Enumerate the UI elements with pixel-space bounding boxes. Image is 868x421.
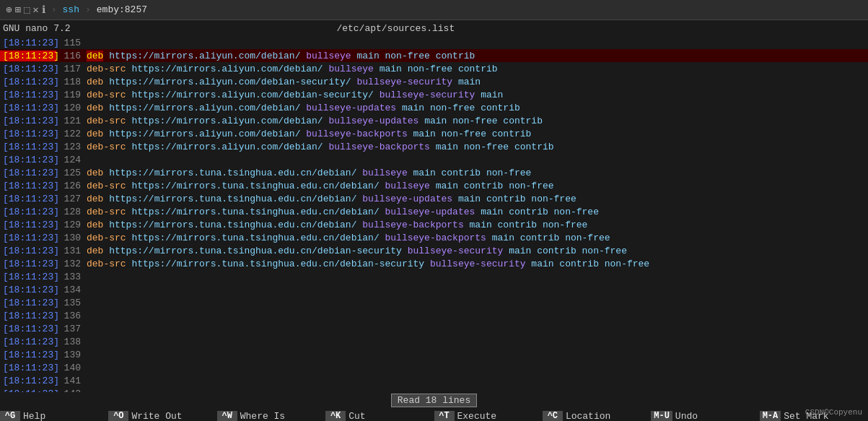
line-number: 139 — [56, 350, 84, 360]
line-content: deb-src https://mirrors.tuna.tsinghua.ed… — [84, 259, 868, 269]
line-content: deb https://mirrors.aliyun.com/debian/ b… — [84, 51, 868, 61]
editor-line[interactable]: [18:11:23]125deb https://mirrors.tuna.ts… — [0, 166, 868, 179]
line-number: 119 — [56, 90, 84, 100]
editor-line[interactable]: [18:11:23]115 — [0, 36, 868, 49]
line-number: 131 — [56, 246, 84, 256]
line-timestamp: [18:11:23] — [0, 363, 56, 373]
kb-key: ^T — [434, 411, 455, 421]
kb-item[interactable]: ^KCut — [325, 408, 434, 421]
editor-line[interactable]: [18:11:23]135 — [0, 296, 868, 309]
connection-type: ssh — [63, 4, 79, 15]
editor-line[interactable]: [18:11:23]137 — [0, 322, 868, 335]
kb-item[interactable]: ^CLocation — [543, 408, 651, 421]
line-number: 142 — [56, 389, 84, 393]
nano-version: GNU nano 7.2 — [3, 23, 71, 34]
status-message: Read 18 lines — [391, 394, 477, 407]
kb-key: ^G — [0, 411, 20, 421]
line-number: 141 — [56, 376, 84, 386]
line-number: 129 — [56, 220, 84, 230]
editor-line[interactable]: [18:11:23]140 — [0, 361, 868, 374]
line-content: deb-src https://mirrors.aliyun.com/debia… — [84, 90, 868, 100]
line-timestamp: [18:11:23] — [0, 298, 56, 308]
editor-line[interactable]: [18:11:23]118deb https://mirrors.aliyun.… — [0, 75, 868, 88]
kb-label: Undo — [672, 411, 698, 422]
editor-line[interactable]: [18:11:23]130deb-src https://mirrors.tun… — [0, 231, 868, 244]
editor-line[interactable]: [18:11:23]142 — [0, 387, 868, 392]
info-icon[interactable]: ℹ — [42, 4, 45, 16]
kb-item[interactable]: ^WWhere Is — [217, 408, 325, 421]
line-timestamp: [18:11:23] — [0, 389, 56, 393]
separator2: › — [85, 4, 91, 15]
editor-line[interactable]: [18:11:23]121deb-src https://mirrors.ali… — [0, 114, 868, 127]
line-content: deb-src https://mirrors.tuna.tsinghua.ed… — [84, 233, 868, 243]
line-number: 136 — [56, 311, 84, 321]
editor-area[interactable]: [18:11:23]115[18:11:23]116deb https://mi… — [0, 36, 868, 392]
line-number: 128 — [56, 207, 84, 217]
line-content: deb-src https://mirrors.aliyun.com/debia… — [84, 142, 868, 152]
line-timestamp: [18:11:23] — [0, 233, 56, 243]
editor-line[interactable]: [18:11:23]133 — [0, 270, 868, 283]
nano-filename: /etc/apt/sources.list — [336, 23, 455, 34]
line-content: deb https://mirrors.tuna.tsinghua.edu.cn… — [84, 194, 868, 204]
line-timestamp: [18:11:23] — [0, 259, 56, 269]
kb-item[interactable]: ^TExecute — [434, 408, 543, 421]
line-number: 138 — [56, 337, 84, 347]
line-number: 130 — [56, 233, 84, 243]
editor-line[interactable]: [18:11:23]139 — [0, 348, 868, 361]
editor-line[interactable]: [18:11:23]138 — [0, 335, 868, 348]
line-timestamp: [18:11:23] — [0, 155, 56, 165]
editor-line[interactable]: [18:11:23]124 — [0, 153, 868, 166]
line-content: deb https://mirrors.aliyun.com/debian/ b… — [84, 129, 868, 139]
line-timestamp: [18:11:23] — [0, 64, 56, 74]
pop-icon[interactable]: ⬚ — [24, 4, 30, 16]
editor-line[interactable]: [18:11:23]134 — [0, 283, 868, 296]
window-controls: ⊕ ⊞ ⬚ ✕ ℹ — [6, 4, 45, 16]
line-timestamp: [18:11:23] — [0, 337, 56, 347]
editor-line[interactable]: [18:11:23]122deb https://mirrors.aliyun.… — [0, 127, 868, 140]
line-timestamp: [18:11:23] — [0, 181, 56, 191]
editor-line[interactable]: [18:11:23]128deb-src https://mirrors.tun… — [0, 205, 868, 218]
line-content: deb-src https://mirrors.aliyun.com/debia… — [84, 116, 868, 126]
line-timestamp: [18:11:23] — [0, 142, 56, 152]
editor-line[interactable]: [18:11:23]117deb-src https://mirrors.ali… — [0, 62, 868, 75]
line-timestamp: [18:11:23] — [0, 38, 56, 48]
line-content: deb-src https://mirrors.tuna.tsinghua.ed… — [84, 207, 868, 217]
line-timestamp: [18:11:23] — [0, 90, 56, 100]
add-tab-icon[interactable]: ⊕ — [6, 4, 12, 16]
line-timestamp: [18:11:23] — [0, 194, 56, 204]
kb-label: Cut — [346, 411, 365, 422]
editor-line[interactable]: [18:11:23]120deb https://mirrors.aliyun.… — [0, 101, 868, 114]
line-number: 125 — [56, 168, 84, 178]
line-content: deb https://mirrors.aliyun.com/debian-se… — [84, 77, 868, 87]
editor-line[interactable]: [18:11:23]131deb https://mirrors.tuna.ts… — [0, 244, 868, 257]
close-icon[interactable]: ✕ — [32, 4, 38, 16]
editor-line[interactable]: [18:11:23]132deb-src https://mirrors.tun… — [0, 257, 868, 270]
grid-icon[interactable]: ⊞ — [14, 4, 20, 16]
line-number: 126 — [56, 181, 84, 191]
editor-line[interactable]: [18:11:23]119deb-src https://mirrors.ali… — [0, 88, 868, 101]
kb-key: ^K — [325, 411, 346, 421]
topbar: ⊕ ⊞ ⬚ ✕ ℹ › ssh › emby:8257 — [0, 0, 868, 20]
editor-line[interactable]: [18:11:23]123deb-src https://mirrors.ali… — [0, 140, 868, 153]
kb-key: M-A — [760, 411, 781, 421]
editor-line[interactable]: [18:11:23]141 — [0, 374, 868, 387]
line-number: 135 — [56, 298, 84, 308]
kb-item[interactable]: ^GHelp — [0, 408, 108, 421]
editor-line[interactable]: [18:11:23]127deb https://mirrors.tuna.ts… — [0, 192, 868, 205]
line-content: deb https://mirrors.tuna.tsinghua.edu.cn… — [84, 220, 868, 230]
editor-line[interactable]: [18:11:23]126deb-src https://mirrors.tun… — [0, 179, 868, 192]
editor-line[interactable]: [18:11:23]129deb https://mirrors.tuna.ts… — [0, 218, 868, 231]
line-timestamp: [18:11:23] — [0, 207, 56, 217]
line-timestamp: [18:11:23] — [0, 77, 56, 87]
kb-item[interactable]: M-UUndo — [651, 408, 759, 421]
line-timestamp: [18:11:23] — [0, 311, 56, 321]
line-timestamp: [18:11:23] — [0, 103, 56, 113]
editor-line[interactable]: [18:11:23]116deb https://mirrors.aliyun.… — [0, 49, 868, 62]
kb-item[interactable]: ^OWrite Out — [108, 408, 216, 421]
line-number: 140 — [56, 363, 84, 373]
kb-key: ^O — [108, 411, 128, 421]
kb-label: Execute — [455, 411, 497, 422]
editor-line[interactable]: [18:11:23]136 — [0, 309, 868, 322]
kb-label: Location — [563, 411, 610, 422]
separator: › — [51, 4, 57, 15]
